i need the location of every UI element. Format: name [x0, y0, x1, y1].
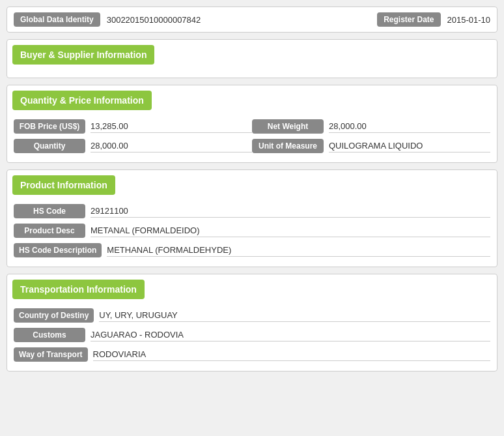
net-weight-value: 28,000.00 — [329, 120, 490, 133]
identity-bar: Global Data Identity 3002201501000000784… — [7, 7, 497, 33]
quantity-value: 28,000.00 — [91, 139, 252, 153]
hs-code-desc-value: METHANAL (FORMALDEHYDE) — [107, 244, 490, 257]
way-of-transport-value: RODOVIARIA — [93, 348, 490, 361]
customs-value: JAGUARAO - RODOVIA — [91, 328, 490, 342]
fob-net-row: FOB Price (US$) 13,285.00 Net Weight 28,… — [7, 117, 497, 136]
quantity-price-header: Quantity & Price Information — [12, 91, 152, 110]
unit-of-measure-field: Unit of Measure QUILOGRAMA LIQUIDO — [252, 139, 490, 153]
product-info-header: Product Information — [12, 175, 115, 195]
way-of-transport-row: Way of Transport RODOVIARIA — [7, 345, 497, 364]
country-of-destiny-row: Country of Destiny UY, URY, URUGUAY — [7, 306, 497, 325]
customs-label: Customs — [14, 328, 85, 342]
quantity-price-section: Quantity & Price Information FOB Price (… — [7, 85, 497, 163]
quantity-uom-row: Quantity 28,000.00 Unit of Measure QUILO… — [7, 136, 497, 156]
country-of-destiny-value: UY, URY, URUGUAY — [99, 309, 490, 322]
quantity-field: Quantity 28,000.00 — [14, 139, 252, 153]
hs-code-desc-label: HS Code Description — [14, 243, 102, 257]
fob-price-value: 13,285.00 — [91, 120, 252, 133]
hs-code-row: HS Code 29121100 — [7, 201, 497, 221]
buyer-supplier-header: Buyer & Supplier Information — [12, 45, 154, 65]
global-data-identity-value: 30022015010000007842 — [107, 15, 357, 25]
net-weight-label: Net Weight — [252, 119, 324, 134]
product-desc-label: Product Desc — [14, 224, 85, 238]
fob-price-field: FOB Price (US$) 13,285.00 — [14, 119, 252, 134]
global-data-identity-label: Global Data Identity — [14, 12, 100, 27]
product-desc-row: Product Desc METANAL (FORMALDEIDO) — [7, 221, 497, 240]
hs-code-label: HS Code — [14, 204, 85, 218]
fob-price-label: FOB Price (US$) — [14, 119, 85, 134]
register-date-value: 2015-01-10 — [447, 15, 491, 25]
hs-code-desc-row: HS Code Description METHANAL (FORMALDEHY… — [7, 240, 497, 260]
product-info-section: Product Information HS Code 29121100 Pro… — [7, 169, 497, 267]
transportation-header: Transportation Information — [12, 280, 145, 299]
transportation-section: Transportation Information Country of De… — [7, 274, 497, 371]
quantity-label: Quantity — [14, 139, 85, 153]
unit-of-measure-label: Unit of Measure — [252, 139, 324, 153]
page-wrapper: Global Data Identity 3002201501000000784… — [7, 7, 497, 371]
way-of-transport-label: Way of Transport — [14, 347, 88, 362]
register-date-label: Register Date — [377, 12, 440, 27]
country-of-destiny-label: Country of Destiny — [14, 308, 94, 323]
hs-code-value: 29121100 — [91, 205, 490, 218]
product-desc-value: METANAL (FORMALDEIDO) — [91, 224, 490, 237]
unit-of-measure-value: QUILOGRAMA LIQUIDO — [329, 139, 490, 153]
buyer-supplier-section: Buyer & Supplier Information — [7, 39, 497, 78]
net-weight-field: Net Weight 28,000.00 — [252, 119, 490, 134]
customs-row: Customs JAGUARAO - RODOVIA — [7, 325, 497, 345]
